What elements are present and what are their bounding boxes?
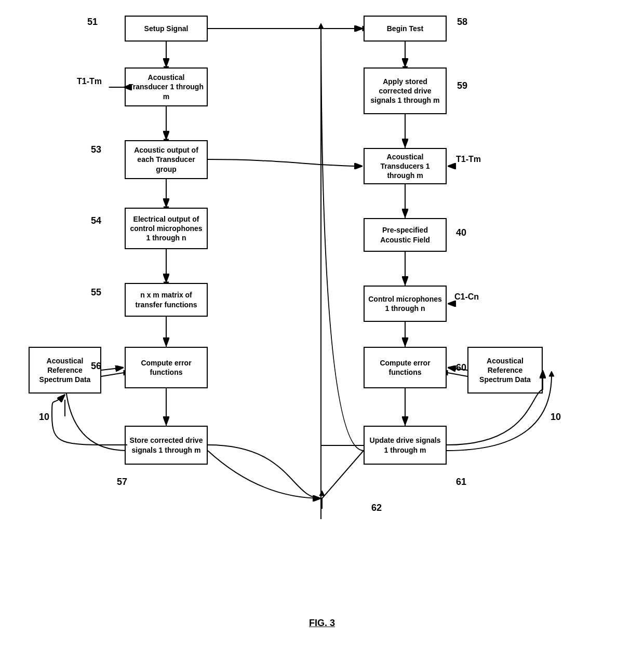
label-58: 58 [457,17,467,28]
apply-stored-box: Apply stored corrected drive signals 1 t… [364,67,447,114]
acoustical-ref-left-box: Acoustical Reference Spectrum Data [29,347,101,394]
fig-label-text: FIG. 3 [309,618,335,628]
store-corrected-label: Store corrected drive signals 1 through … [129,436,204,454]
pre-specified-box: Pre-specified Acoustic Field [364,218,447,252]
svg-marker-31 [318,23,324,29]
electrical-output-label: Electrical output of control microphones… [129,214,204,243]
acoustical-ref-left-label: Acoustical Reference Spectrum Data [33,356,97,385]
acoustic-transducer-left-label: Acoustical Transducer 1 through m [129,73,204,101]
update-drive-label: Update drive signals 1 through m [368,436,442,454]
electrical-output-box: Electrical output of control microphones… [125,208,208,249]
svg-marker-32 [549,371,554,376]
acoustic-output-box: Acoustic output of each Transducer group [125,140,208,179]
label-59: 59 [457,80,467,91]
store-corrected-box: Store corrected drive signals 1 through … [125,426,208,465]
compute-error-left-box: Compute error functions [125,347,208,388]
svg-line-27 [448,373,467,376]
setup-signal-label: Setup Signal [144,24,189,33]
acoustic-transducer-right-box: Acoustical Transducers 1 through m [364,148,447,184]
label-56: 56 [91,361,101,372]
label-62: 62 [371,503,382,513]
control-mics-box: Control microphones 1 through n [364,286,447,322]
svg-marker-33 [319,491,325,496]
label-55: 55 [91,287,101,298]
acoustic-transducer-left-box: Acoustical Transducer 1 through m [125,67,208,106]
arrows-svg [0,0,644,613]
acoustical-ref-right-box: Acoustical Reference Spectrum Data [467,347,543,394]
label-61: 61 [456,477,466,487]
acoustical-ref-right-label: Acoustical Reference Spectrum Data [472,356,539,385]
label-T1Tm-right: T1-Tm [456,155,481,164]
pre-specified-label: Pre-specified Acoustic Field [368,225,442,244]
label-T1Tm-left: T1-Tm [77,77,102,86]
label-57: 57 [117,477,127,487]
diagram: Setup Signal Acoustical Transducer 1 thr… [0,0,644,613]
label-10-right: 10 [551,412,561,423]
label-C1Cn: C1-Cn [454,292,479,302]
apply-stored-label: Apply stored corrected drive signals 1 t… [368,77,442,105]
acoustic-output-label: Acoustic output of each Transducer group [129,145,204,174]
label-40: 40 [456,227,466,238]
compute-error-right-label: Compute error functions [368,358,442,377]
compute-error-left-label: Compute error functions [129,358,204,377]
update-drive-box: Update drive signals 1 through m [364,426,447,465]
acoustic-transducer-right-label: Acoustical Transducers 1 through m [368,152,442,181]
compute-error-right-box: Compute error functions [364,347,447,388]
begin-test-label: Begin Test [387,24,424,33]
control-mics-label: Control microphones 1 through n [368,294,442,313]
n-x-m-matrix-label: n x m matrix of transfer functions [129,290,204,309]
setup-signal-box: Setup Signal [125,16,208,42]
begin-test-box: Begin Test [364,16,447,42]
svg-line-40 [101,368,124,370]
svg-line-12 [101,373,124,376]
label-51: 51 [87,17,98,28]
label-53: 53 [91,144,101,155]
flow-arrows [0,0,644,613]
figure-label: FIG. 3 [0,613,644,639]
n-x-m-matrix-box: n x m matrix of transfer functions [125,283,208,317]
label-54: 54 [91,215,101,226]
label-60: 60 [456,362,466,373]
label-10-left: 10 [39,412,49,423]
